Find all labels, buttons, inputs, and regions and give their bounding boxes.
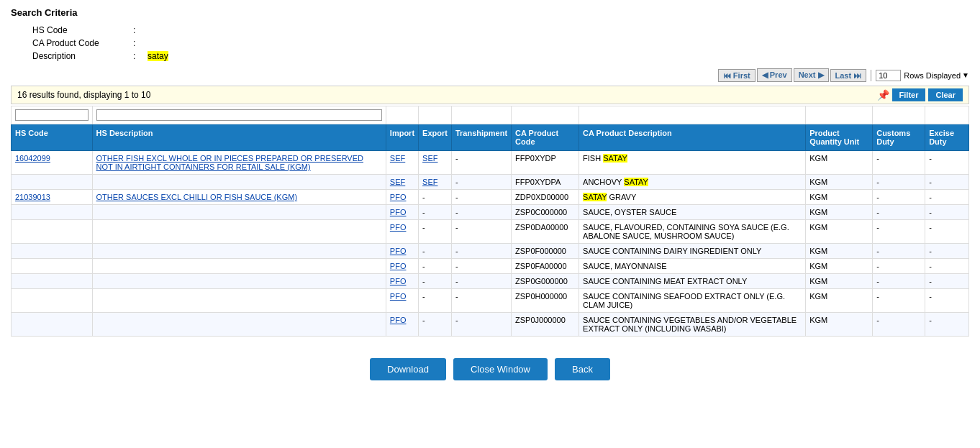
cell-export: SEF [419, 151, 452, 175]
th-import: Import [386, 124, 418, 151]
last-button[interactable]: Last ⏭ [830, 69, 867, 82]
cell-hs-description [92, 205, 386, 220]
cell-ca-product-code: ZSP0DA00000 [512, 220, 579, 244]
table-row: PFO--ZSP0C000000SAUCE, OYSTER SAUCEKGM-- [12, 205, 969, 220]
th-transhipment: Transhipment [451, 124, 511, 151]
import-link[interactable]: PFO [390, 316, 407, 324]
cell-transhipment: - [451, 313, 511, 337]
cell-excise-duty: - [925, 220, 969, 244]
th-ca-product-code: CA Product Code [512, 124, 579, 151]
results-bar: 16 results found, displaying 1 to 10 📌 F… [11, 86, 969, 104]
ca-desc-highlight: SATAY [583, 193, 607, 201]
search-ca-desc [579, 106, 806, 124]
filter-controls: 📌 Filter Clear [877, 88, 963, 101]
table-row: 16042099OTHER FISH EXCL WHOLE OR IN PIEC… [12, 151, 969, 175]
cell-import: PFO [386, 205, 418, 220]
cell-customs-duty: - [873, 244, 925, 259]
cell-customs-duty: - [873, 220, 925, 244]
cell-ca-product-code: ZSP0FA00000 [512, 259, 579, 274]
th-hs-description: HS Description [92, 124, 386, 151]
cell-transhipment: - [451, 244, 511, 259]
cell-hs-description [92, 220, 386, 244]
cell-hs-description: OTHER FISH EXCL WHOLE OR IN PIECES PREPA… [92, 151, 386, 175]
search-hs-code-input[interactable] [15, 109, 89, 121]
cell-import: PFO [386, 313, 418, 337]
cell-product-quantity-unit: KGM [806, 175, 873, 190]
import-link[interactable]: PFO [390, 193, 407, 201]
filter-button[interactable]: Filter [892, 88, 926, 101]
prev-button[interactable]: ◀ Prev [757, 68, 792, 82]
cell-excise-duty: - [925, 190, 969, 205]
cell-ca-product-code: ZSP0F000000 [512, 244, 579, 259]
cell-ca-product-code: ZSP0J000000 [512, 313, 579, 337]
close-window-button[interactable]: Close Window [453, 358, 548, 380]
cell-excise-duty: - [925, 244, 969, 259]
cell-transhipment: - [451, 259, 511, 274]
hs-code-link[interactable]: 21039013 [15, 193, 50, 201]
th-ca-product-description: CA Product Description [579, 124, 806, 151]
cell-hs-description [92, 259, 386, 274]
cell-hs-code: 21039013 [12, 190, 93, 205]
search-customs [873, 106, 925, 124]
cell-hs-description: OTHER SAUCES EXCL CHILLI OR FISH SAUCE (… [92, 190, 386, 205]
hs-code-colon: : [133, 25, 148, 35]
clear-button[interactable]: Clear [928, 88, 963, 101]
table-row: PFO--ZSP0J000000SAUCE CONTAINING VEGETAB… [12, 313, 969, 337]
ca-product-code-row: CA Product Code : [32, 38, 969, 48]
th-product-quantity-unit: Product Quantity Unit [806, 124, 873, 151]
back-button[interactable]: Back [555, 358, 610, 380]
cell-import: PFO [386, 244, 418, 259]
import-link[interactable]: SEF [390, 154, 405, 163]
hs-code-link[interactable]: 16042099 [15, 154, 50, 163]
cell-transhipment: - [451, 274, 511, 289]
cell-transhipment: - [451, 289, 511, 313]
th-excise-duty: Excise Duty [925, 124, 969, 151]
search-row [12, 106, 969, 124]
download-button[interactable]: Download [370, 358, 446, 380]
hs-description-link[interactable]: OTHER SAUCES EXCL CHILLI OR FISH SAUCE (… [96, 193, 298, 201]
import-link[interactable]: PFO [390, 247, 407, 255]
export-link[interactable]: SEF [422, 154, 437, 163]
rows-input[interactable] [876, 70, 901, 81]
import-link[interactable]: PFO [390, 292, 407, 301]
rows-dropdown-arrow[interactable]: ▼ [962, 71, 969, 79]
cell-export: - [419, 220, 452, 244]
table-row: PFO--ZSP0F000000SAUCE CONTAINING DAIRY I… [12, 244, 969, 259]
import-link[interactable]: PFO [390, 277, 407, 285]
filter-pin-button[interactable]: 📌 [877, 89, 889, 101]
cell-ca-product-description: SAUCE CONTAINING DAIRY INGREDIENT ONLY [579, 244, 806, 259]
next-button[interactable]: Next ▶ [794, 68, 829, 82]
cell-export: - [419, 313, 452, 337]
export-link[interactable]: SEF [422, 178, 437, 186]
rows-displayed-wrapper: Rows Displayed ▼ [871, 70, 969, 81]
th-export: Export [419, 124, 452, 151]
cell-hs-code [12, 289, 93, 313]
cell-excise-duty: - [925, 274, 969, 289]
cell-product-quantity-unit: KGM [806, 190, 873, 205]
cell-hs-code [12, 313, 93, 337]
import-link[interactable]: SEF [390, 178, 405, 186]
import-link[interactable]: PFO [390, 262, 407, 270]
cell-export: - [419, 205, 452, 220]
first-button[interactable]: ⏮ First [718, 69, 756, 82]
cell-customs-duty: - [873, 205, 925, 220]
cell-customs-duty: - [873, 274, 925, 289]
description-label: Description [32, 51, 133, 61]
import-link[interactable]: PFO [390, 208, 407, 216]
rows-displayed-label: Rows Displayed [904, 71, 961, 80]
cell-export: - [419, 259, 452, 274]
cell-product-quantity-unit: KGM [806, 244, 873, 259]
cell-excise-duty: - [925, 313, 969, 337]
import-link[interactable]: PFO [390, 223, 407, 232]
table-row: 21039013OTHER SAUCES EXCL CHILLI OR FISH… [12, 190, 969, 205]
cell-hs-description [92, 289, 386, 313]
cell-excise-duty: - [925, 259, 969, 274]
cell-transhipment: - [451, 175, 511, 190]
cell-transhipment: - [451, 220, 511, 244]
table-row: PFO--ZSP0DA00000SAUCE, FLAVOURED, CONTAI… [12, 220, 969, 244]
hs-description-link[interactable]: OTHER FISH EXCL WHOLE OR IN PIECES PREPA… [96, 154, 363, 171]
cell-excise-duty: - [925, 151, 969, 175]
cell-ca-product-description: FISH SATAY [579, 151, 806, 175]
search-hs-desc-input[interactable] [96, 109, 382, 121]
cell-ca-product-code: ZSP0G000000 [512, 274, 579, 289]
